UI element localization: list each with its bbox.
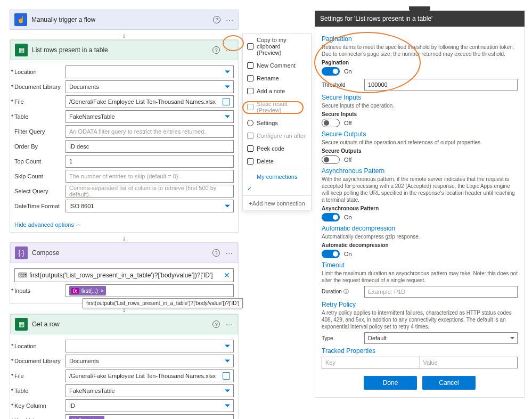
label-location: Location [14,343,66,349]
dtformat-select[interactable]: ISO 8601 [66,200,234,212]
menu-peek-code[interactable]: Peek code [243,142,311,155]
tracked-value-input[interactable]: Value [420,357,518,368]
menu-copy[interactable]: Copy to my clipboard (Preview) [243,34,311,59]
touch-icon: ☝ [14,13,27,26]
delete-icon [247,158,253,165]
decompression-toggle[interactable] [322,250,340,258]
menu-new-comment[interactable]: New Comment [243,59,311,72]
label-dtformat: DateTime Format [14,203,66,209]
menu-add-note[interactable]: Add a note [243,85,311,97]
file-picker[interactable]: /General/Fake Employee List Ten-Thousand… [66,369,234,382]
label-filterquery: Filter Query [14,128,66,135]
label-doclib: Document Library [14,358,66,364]
tracked-key-input[interactable]: Key [322,357,420,368]
secure-inputs-title: Secure Inputs [322,94,518,101]
label-file: File [14,373,66,379]
trigger-card[interactable]: ☝ Manually trigger a flow ? ··· [10,10,239,30]
outputs-chip[interactable]: {·}Outputs× [69,416,104,419]
compose-card: {·} Compose ? ··· ⌨first(outputs('List_r… [10,242,239,304]
more-menu-icon[interactable]: ··· [226,15,234,24]
expression-display: ⌨first(outputs('List_rows_present_in_a_t… [14,268,234,282]
keyval-field[interactable]: {·}Outputs× [66,414,234,419]
async-title: Asynchronous Pattern [322,167,518,175]
orderby-input[interactable]: ID desc [66,140,234,153]
secure-inputs-toggle[interactable] [322,119,340,127]
filterquery-input[interactable]: An ODATA filter query to restrict the en… [66,125,234,138]
threshold-input[interactable]: 100000 [364,79,518,91]
context-menu: Copy to my clipboard (Preview) New Comme… [242,33,312,210]
menu-add-connection[interactable]: +Add new connection [243,197,311,210]
rename-icon [247,75,253,81]
label-selectquery: Select Query [14,188,66,194]
selectquery-input[interactable]: Comma-separated list of columns to retri… [66,185,234,198]
inputs-field[interactable]: fxfirst(...)× [66,284,234,297]
menu-delete[interactable]: Delete [243,155,311,168]
runafter-icon [247,133,253,139]
help-icon[interactable]: ? [212,321,220,328]
chevron-up-icon: ︿ [76,221,81,228]
help-icon[interactable]: ? [213,16,220,23]
excel-icon: ▦ [15,44,28,56]
expression-chip[interactable]: fxfirst(...)× [69,286,106,295]
note-icon [247,88,253,94]
help-icon[interactable]: ? [212,249,220,257]
clear-expression-icon[interactable]: ✕ [224,271,230,280]
folder-icon[interactable] [223,372,230,380]
menu-my-connections[interactable]: My connections [243,170,311,183]
more-menu-icon[interactable]: ··· [225,46,233,54]
settings-icon [247,120,253,126]
info-icon[interactable]: ⓘ [343,289,349,294]
hide-advanced-link[interactable]: Hide advanced options︿ [10,219,238,232]
async-toggle[interactable] [322,213,340,221]
timeout-title: Timeout [322,261,518,269]
skipcount-input[interactable]: The number of entries to skip (default =… [66,170,234,183]
excel-icon: ▦ [15,318,28,331]
doclib-select[interactable]: Documents [66,355,234,367]
keycol-select[interactable]: ID [66,399,234,412]
more-menu-icon[interactable]: ··· [225,249,233,257]
list-rows-card: ▦ List rows present in a table ? ··· Loc… [10,39,239,233]
label-orderby: Order By [14,143,66,150]
secure-outputs-toggle[interactable] [322,155,340,164]
menu-settings[interactable]: Settings [243,117,311,129]
fx-icon: fx [71,288,79,294]
expression-icon: ⌨ [18,272,27,279]
label-keycol: Key Column [14,402,66,409]
menu-configure-run-after: Configure run after [243,129,311,142]
more-menu-icon[interactable]: ··· [225,320,233,328]
arrow-down-icon: ↓ [10,32,239,38]
folder-icon[interactable] [223,98,230,105]
remove-chip-icon[interactable]: × [101,288,104,294]
cancel-button[interactable]: Cancel [422,376,476,390]
label-skipcount: Skip Count [14,173,66,179]
retry-type-select[interactable]: Default [364,332,518,344]
decompression-title: Automatic decompression [322,225,518,232]
pagination-label: Pagination [322,60,518,65]
done-button[interactable]: Done [364,376,417,390]
pagination-desc: Retrieve items to meet the specified thr… [322,44,518,57]
menu-rename[interactable]: Rename [243,72,311,85]
get-row-card: ▦ Get a row ? ··· Location Document Libr… [10,314,239,419]
doclib-select[interactable]: Documents [66,80,234,93]
list-rows-title: List rows present in a table [32,46,212,54]
location-select[interactable] [66,65,234,78]
static-icon [247,104,253,110]
pagination-toggle[interactable] [322,67,340,76]
settings-panel-header: Settings for 'List rows present in a tab… [315,11,525,27]
label-location: Location [14,69,66,75]
expression-tooltip: first(outputs('List_rows_present_in_a_ta… [83,298,243,308]
label-file: File [14,98,66,105]
file-picker[interactable]: /General/Fake Employee List Ten-Thousand… [66,95,234,108]
table-select[interactable]: FakeNamesTable [66,384,234,397]
duration-input[interactable]: Example: P1D [364,286,518,298]
help-icon[interactable]: ? [212,46,220,54]
table-select[interactable]: FakeNamesTable [66,110,234,123]
peek-icon [247,145,253,152]
pagination-title: Pagination [322,35,518,43]
location-select[interactable] [66,340,234,352]
panel-drag-handle[interactable] [409,6,430,11]
label-table: Table [14,113,66,120]
topcount-input[interactable]: 1 [66,155,234,168]
label-topcount: Top Count [14,158,66,165]
compose-icon: {·} [15,247,28,259]
